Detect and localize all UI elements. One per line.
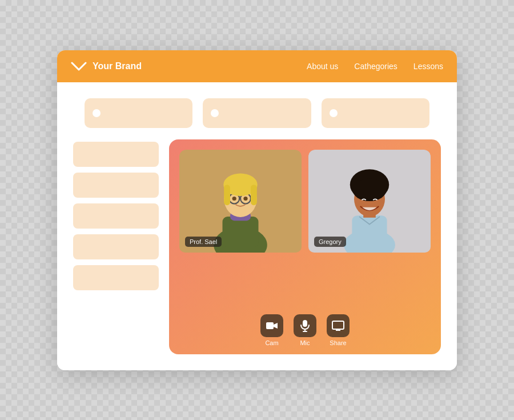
svg-point-14	[232, 196, 236, 200]
sidebar-item-4[interactable]	[73, 234, 159, 259]
nav-link-categories[interactable]: Cathegories	[354, 62, 397, 71]
sidebar-item-5[interactable]	[73, 265, 159, 290]
nav-link-about[interactable]: About us	[307, 62, 338, 71]
video-feed-prof-sael: Prof. Sael	[179, 150, 302, 306]
sidebar-item-1[interactable]	[73, 142, 159, 167]
cam-label: Cam	[265, 339, 278, 346]
video-bg-gregory: Gregory	[308, 150, 431, 253]
top-card-2	[203, 98, 311, 128]
brand-area: Your Brand	[71, 61, 307, 72]
svg-rect-27	[332, 321, 344, 329]
mic-label: Mic	[300, 339, 310, 346]
svg-rect-2	[223, 217, 259, 247]
sidebar-item-2[interactable]	[73, 173, 159, 198]
svg-rect-24	[303, 320, 307, 327]
svg-rect-13	[251, 185, 257, 205]
video-feed-gregory: Gregory	[308, 150, 431, 306]
mic-button[interactable]: Mic	[294, 314, 316, 346]
top-card-dot-3	[330, 109, 338, 117]
nav-links: About us Cathegories Lessons	[307, 62, 443, 71]
brand-icon	[71, 61, 87, 72]
video-panel: Prof. Sael	[169, 139, 441, 354]
svg-point-22	[352, 178, 386, 201]
svg-rect-18	[352, 215, 387, 247]
share-label: Share	[330, 339, 346, 346]
cam-button[interactable]: Cam	[260, 314, 283, 346]
svg-rect-23	[266, 322, 274, 329]
name-label-gregory: Gregory	[314, 237, 346, 247]
name-label-prof-sael: Prof. Sael	[185, 237, 222, 247]
top-card-3	[322, 98, 429, 128]
svg-point-15	[243, 196, 247, 200]
top-cards-row	[73, 98, 441, 128]
video-bg-prof-sael: Prof. Sael	[179, 150, 302, 253]
top-card-1	[85, 98, 192, 128]
controls-row: Cam Mic	[179, 314, 431, 346]
share-icon	[327, 314, 350, 337]
brand-name: Your Brand	[93, 61, 142, 71]
navbar: Your Brand About us Cathegories Lessons	[57, 50, 457, 82]
camera-icon	[260, 314, 283, 337]
browser-window: Your Brand About us Cathegories Lessons	[57, 50, 457, 370]
top-card-dot-1	[93, 109, 101, 117]
svg-rect-12	[224, 185, 230, 205]
lower-section: Prof. Sael	[73, 139, 441, 354]
main-content: Prof. Sael	[57, 82, 457, 370]
share-button[interactable]: Share	[327, 314, 350, 346]
video-feeds: Prof. Sael	[179, 150, 431, 306]
mic-icon	[294, 314, 316, 337]
nav-link-lessons[interactable]: Lessons	[413, 62, 443, 71]
top-card-dot-2	[211, 109, 219, 117]
sidebar-item-3[interactable]	[73, 203, 159, 229]
sidebar	[73, 139, 159, 354]
